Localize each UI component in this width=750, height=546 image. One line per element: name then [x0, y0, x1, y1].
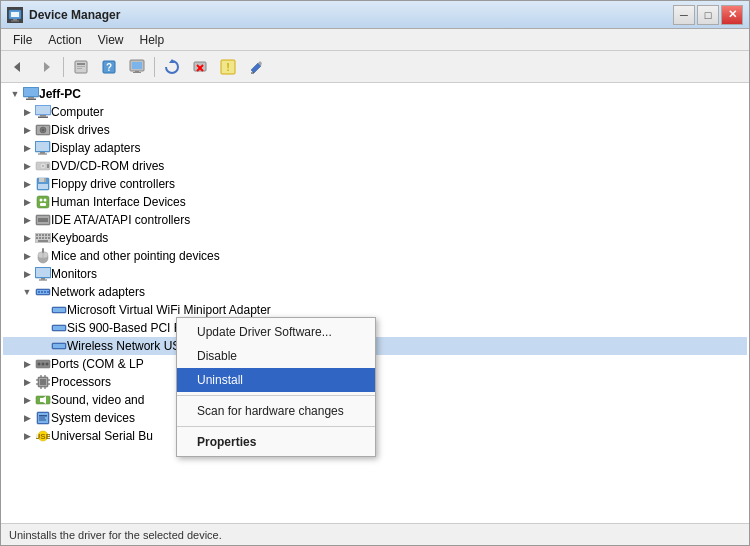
svg-rect-58	[45, 234, 47, 236]
svg-rect-15	[133, 72, 141, 73]
network-expander[interactable]: ▼	[19, 284, 35, 300]
tree-item-floppy[interactable]: ▶ Floppy drive controllers	[3, 175, 747, 193]
svg-text:?: ?	[106, 62, 112, 73]
svg-rect-77	[41, 291, 43, 293]
svg-rect-105	[39, 415, 47, 417]
ctx-scan[interactable]: Scan for hardware changes	[177, 399, 375, 423]
window-title: Device Manager	[29, 8, 673, 22]
menu-file[interactable]: File	[5, 31, 40, 49]
ctx-uninstall[interactable]: Uninstall	[177, 368, 375, 392]
ports-expander[interactable]: ▶	[19, 356, 35, 372]
tree-item-computer[interactable]: ▶ Computer	[3, 103, 747, 121]
svg-marker-4	[14, 62, 20, 72]
close-button[interactable]: ✕	[721, 5, 743, 25]
svg-rect-45	[44, 178, 46, 182]
display-label: Display adapters	[51, 141, 140, 155]
svg-rect-59	[48, 234, 50, 236]
properties-button[interactable]	[68, 55, 94, 79]
tree-item-monitors[interactable]: ▶ Monitors	[3, 265, 747, 283]
tree-item-mice[interactable]: ▶ Mice and other pointing devices	[3, 247, 747, 265]
ctx-properties[interactable]: Properties	[177, 430, 375, 454]
tree-item-hid[interactable]: ▶ Human Interface Devices	[3, 193, 747, 211]
refresh-button[interactable]	[159, 55, 185, 79]
computer-expander[interactable]: ▶	[19, 104, 35, 120]
keyboard-icon	[35, 230, 51, 246]
edit-button[interactable]	[243, 55, 269, 79]
svg-rect-57	[42, 234, 44, 236]
scan-button[interactable]: !	[215, 55, 241, 79]
svg-rect-50	[40, 203, 46, 206]
tree-item-disk[interactable]: ▶ Disk drives	[3, 121, 747, 139]
display-expander[interactable]: ▶	[19, 140, 35, 156]
keyboards-expander[interactable]: ▶	[19, 230, 35, 246]
tree-root[interactable]: ▼ Jeff-PC	[3, 85, 747, 103]
svg-rect-76	[38, 291, 40, 293]
svg-rect-71	[36, 268, 50, 277]
svg-text:!: !	[226, 61, 230, 73]
svg-rect-1	[11, 12, 19, 17]
floppy-expander[interactable]: ▶	[19, 176, 35, 192]
sis-icon	[51, 320, 67, 336]
root-icon	[23, 86, 39, 102]
svg-rect-65	[38, 240, 48, 242]
mice-expander[interactable]: ▶	[19, 248, 35, 264]
root-expander[interactable]: ▼	[7, 86, 23, 102]
dvd-icon	[35, 158, 51, 174]
disk-expander[interactable]: ▶	[19, 122, 35, 138]
ctx-update-driver[interactable]: Update Driver Software...	[177, 320, 375, 344]
network-label: Network adapters	[51, 285, 145, 299]
tree-item-ide[interactable]: ▶ IDE ATA/ATAPI controllers	[3, 211, 747, 229]
forward-button[interactable]	[33, 55, 59, 79]
hid-label: Human Interface Devices	[51, 195, 186, 209]
back-button[interactable]	[5, 55, 31, 79]
computer-label: Computer	[51, 105, 104, 119]
svg-rect-64	[48, 237, 50, 239]
processors-expander[interactable]: ▶	[19, 374, 35, 390]
svg-rect-78	[44, 291, 46, 293]
help-button[interactable]: ?	[96, 55, 122, 79]
svg-point-88	[42, 363, 45, 366]
hid-expander[interactable]: ▶	[19, 194, 35, 210]
computer-icon	[35, 104, 51, 120]
uninstall-button[interactable]	[187, 55, 213, 79]
tree-item-dvd[interactable]: ▶ DVD/CD-ROM drives	[3, 157, 747, 175]
svg-rect-36	[36, 142, 49, 151]
floppy-icon	[35, 176, 51, 192]
system-icon	[35, 410, 51, 426]
monitors-expander[interactable]: ▶	[19, 266, 35, 282]
dvd-expander[interactable]: ▶	[19, 158, 35, 174]
svg-rect-106	[39, 418, 45, 419]
ports-icon	[35, 356, 51, 372]
svg-rect-85	[53, 344, 65, 348]
menu-action[interactable]: Action	[40, 31, 89, 49]
menu-help[interactable]: Help	[132, 31, 173, 49]
svg-rect-60	[36, 237, 38, 239]
tree-item-network[interactable]: ▼ Network adapters	[3, 283, 747, 301]
svg-rect-79	[47, 291, 49, 293]
menu-view[interactable]: View	[90, 31, 132, 49]
ide-expander[interactable]: ▶	[19, 212, 35, 228]
dvd-label: DVD/CD-ROM drives	[51, 159, 164, 173]
svg-rect-47	[37, 196, 49, 208]
svg-rect-28	[36, 106, 50, 114]
tree-item-display[interactable]: ▶ Display adapters	[3, 139, 747, 157]
processor-icon	[35, 374, 51, 390]
usb-expander[interactable]: ▶	[19, 428, 35, 444]
svg-rect-53	[38, 218, 48, 222]
ctx-disable[interactable]: Disable	[177, 344, 375, 368]
svg-rect-26	[26, 99, 36, 101]
device-tree[interactable]: ▼ Jeff-PC ▶	[1, 83, 749, 523]
tree-item-keyboards[interactable]: ▶	[3, 229, 747, 247]
wireless-icon	[51, 338, 67, 354]
sound-icon	[35, 392, 51, 408]
minimize-button[interactable]: ─	[673, 5, 695, 25]
devices-button[interactable]	[124, 55, 150, 79]
svg-rect-24	[24, 88, 38, 96]
system-expander[interactable]: ▶	[19, 410, 35, 426]
svg-rect-83	[53, 326, 65, 330]
device-manager-window: Device Manager ─ □ ✕ File Action View He…	[0, 0, 750, 546]
status-text: Uninstalls the driver for the selected d…	[9, 529, 222, 541]
svg-rect-81	[53, 308, 65, 312]
sound-expander[interactable]: ▶	[19, 392, 35, 408]
maximize-button[interactable]: □	[697, 5, 719, 25]
